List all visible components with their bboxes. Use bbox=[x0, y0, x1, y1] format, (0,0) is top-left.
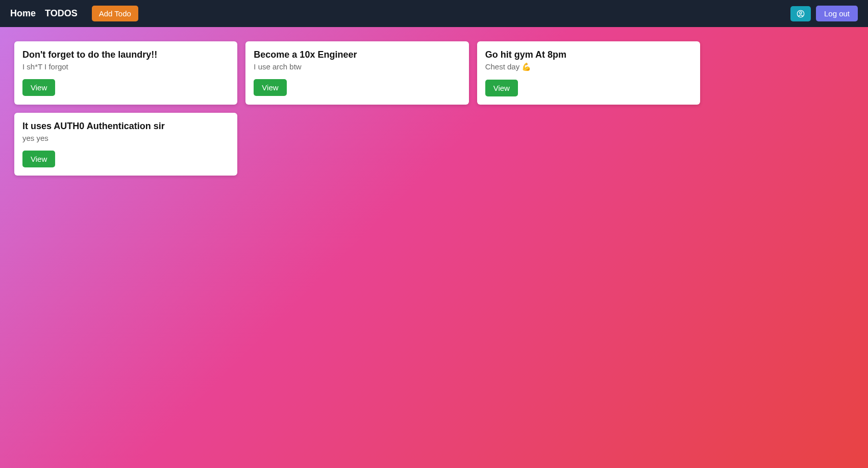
nav-home-link[interactable]: Home bbox=[10, 8, 36, 19]
view-todo-button[interactable]: View bbox=[22, 151, 55, 167]
todo-title: Don't forget to do the laundry!! bbox=[22, 50, 157, 60]
todo-subtitle: I sh*T I forgot bbox=[22, 62, 68, 71]
view-todo-button[interactable]: View bbox=[22, 79, 55, 96]
view-todo-button[interactable]: View bbox=[254, 79, 286, 96]
todo-subtitle: Chest day 💪 bbox=[485, 62, 532, 71]
todo-card: It uses AUTH0 Authentication sir yes yes… bbox=[14, 113, 237, 176]
todo-card: Don't forget to do the laundry!! I sh*T … bbox=[14, 41, 237, 105]
todos-grid: Don't forget to do the laundry!! I sh*T … bbox=[0, 27, 714, 190]
user-profile-button[interactable] bbox=[790, 6, 811, 21]
user-circle-icon bbox=[797, 10, 805, 18]
todo-card: Become a 10x Engineer I use arch btw Vie… bbox=[245, 41, 468, 105]
view-todo-button[interactable]: View bbox=[485, 80, 518, 96]
add-todo-button[interactable]: Add Todo bbox=[92, 6, 138, 21]
todo-title: Go hit gym At 8pm bbox=[485, 50, 566, 60]
svg-point-1 bbox=[800, 11, 802, 13]
nav-left: Home TODOS Add Todo bbox=[10, 6, 138, 21]
navbar: Home TODOS Add Todo Log out bbox=[0, 0, 868, 27]
todo-title: It uses AUTH0 Authentication sir bbox=[22, 121, 165, 132]
nav-right: Log out bbox=[790, 6, 858, 21]
nav-todos-link[interactable]: TODOS bbox=[45, 8, 78, 19]
todo-subtitle: I use arch btw bbox=[254, 62, 301, 71]
logout-button[interactable]: Log out bbox=[816, 6, 858, 21]
todo-title: Become a 10x Engineer bbox=[254, 50, 357, 60]
todo-card: Go hit gym At 8pm Chest day 💪 View bbox=[477, 41, 700, 105]
todo-subtitle: yes yes bbox=[22, 134, 48, 142]
